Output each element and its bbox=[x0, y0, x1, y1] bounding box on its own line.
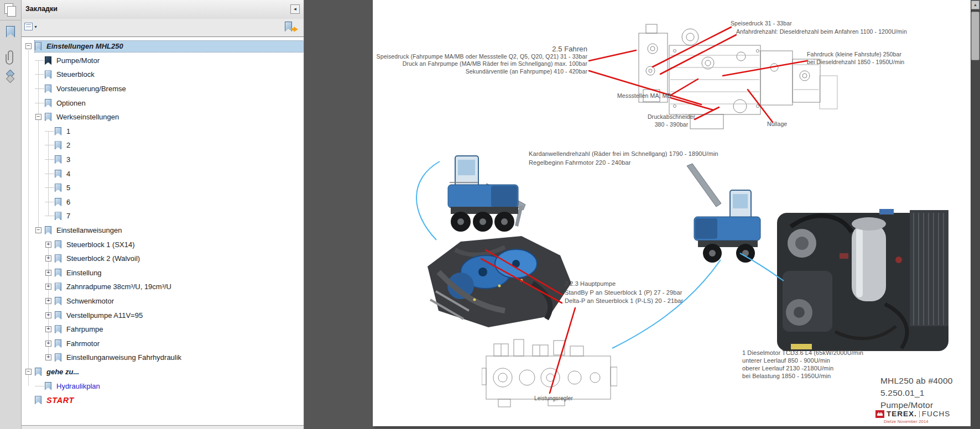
collapse-icon[interactable]: − bbox=[35, 114, 41, 120]
bookmark-row[interactable]: 5 bbox=[55, 182, 304, 193]
bookmark-item[interactable]: +Einstellunganweisung Fahrhydraulik bbox=[21, 350, 304, 365]
bookmark-item[interactable]: 5 bbox=[21, 181, 304, 195]
bookmark-row[interactable]: 7 bbox=[55, 211, 304, 222]
bookmark-icon bbox=[55, 127, 61, 135]
bookmark-row[interactable]: Hydraulikplan bbox=[45, 380, 304, 391]
bookmark-item[interactable]: −gehe zu... bbox=[21, 365, 304, 379]
navigation-pane-tabs bbox=[0, 0, 22, 429]
bookmark-row[interactable]: 6 bbox=[55, 196, 304, 207]
scroll-up-button[interactable]: ▲ bbox=[971, 1, 979, 9]
expand-icon[interactable]: + bbox=[45, 341, 51, 347]
bookmark-row[interactable]: gehe zu... bbox=[35, 366, 304, 377]
bookmark-row[interactable]: 2 bbox=[55, 140, 304, 151]
bookmark-item[interactable]: +Fahrpumpe bbox=[21, 322, 304, 337]
vertical-scrollbar[interactable]: ▲ bbox=[971, 0, 980, 429]
bookmark-row[interactable]: 3 bbox=[55, 154, 304, 165]
bookmark-row[interactable]: 4 bbox=[55, 168, 304, 179]
bookmark-row[interactable]: 1 bbox=[55, 125, 304, 137]
bookmark-label: Fahrpumpe bbox=[65, 325, 105, 333]
bookmark-item[interactable]: 2 bbox=[21, 138, 304, 153]
layers-tab[interactable] bbox=[0, 69, 21, 85]
bookmark-row[interactable]: Einstellunganweisung Fahrhydraulik bbox=[55, 352, 304, 363]
expand-icon[interactable]: + bbox=[45, 284, 51, 290]
bookmarks-toolbar: ▼ bbox=[21, 19, 304, 37]
bookmark-item[interactable]: −Einstellanweisungen bbox=[21, 223, 304, 238]
bookmark-icon bbox=[35, 368, 41, 376]
scrollbar-thumb[interactable] bbox=[971, 12, 979, 60]
bookmark-icon bbox=[55, 240, 61, 249]
bookmark-item[interactable]: Hydraulikplan bbox=[21, 379, 304, 393]
bookmark-label: Schwenkmotor bbox=[65, 297, 116, 305]
bookmark-row[interactable]: Fahrmotor bbox=[55, 338, 304, 349]
bookmarks-tree: −Einstellungen MHL250Pumpe/MotorSteuerbl… bbox=[21, 36, 304, 426]
tree-tick bbox=[35, 100, 41, 106]
bookmark-row[interactable]: Einstellungen MHL250 bbox=[35, 41, 304, 52]
bookmarks-options-button[interactable]: ▼ bbox=[24, 23, 38, 30]
bookmarks-tab[interactable] bbox=[0, 24, 21, 39]
collapse-icon[interactable]: − bbox=[35, 227, 41, 233]
expand-icon[interactable]: + bbox=[45, 312, 51, 318]
bookmark-item[interactable]: 6 bbox=[21, 195, 304, 210]
collapse-icon[interactable]: − bbox=[25, 369, 32, 375]
bookmark-row[interactable]: Einstellung bbox=[55, 267, 304, 278]
bookmark-item[interactable]: 3 bbox=[21, 153, 304, 167]
bookmark-row[interactable]: Vorsteuerung/Bremse bbox=[45, 83, 304, 95]
bookmark-item[interactable]: Steuerblock bbox=[21, 67, 304, 82]
bookmark-item[interactable]: 4 bbox=[21, 166, 304, 181]
brand-logo: TEREX. FUCHS bbox=[875, 410, 950, 418]
pdf-viewer: Закладки ◄ ▼ −Einstellungen MHL250Pumpe/… bbox=[0, 0, 980, 429]
expand-icon[interactable]: + bbox=[45, 354, 51, 360]
bookmark-row[interactable]: Fahrpumpe bbox=[55, 324, 304, 335]
bookmark-row[interactable]: Optionen bbox=[45, 97, 304, 108]
bookmark-row[interactable]: Schwenkmotor bbox=[55, 295, 304, 306]
bookmark-row[interactable]: Werkseinstellungen bbox=[45, 112, 304, 123]
bookmark-row[interactable]: Zahnradpume 38cm³/U, 19cm³/U bbox=[55, 281, 304, 292]
bookmark-row[interactable]: START bbox=[35, 395, 304, 406]
bookmark-row[interactable]: Pumpe/Motor bbox=[45, 55, 304, 66]
bookmark-item[interactable]: START bbox=[21, 393, 304, 407]
bookmark-item[interactable]: +Steuerblock 2 (Walvoil) bbox=[21, 252, 304, 266]
bookmark-row[interactable]: Einstellanweisungen bbox=[45, 225, 304, 236]
bookmark-row[interactable]: Verstellpumpe A11V=95 bbox=[55, 310, 304, 321]
expand-icon[interactable]: + bbox=[45, 326, 51, 332]
expand-icon[interactable]: + bbox=[45, 255, 51, 261]
page-footer-block: MHL250 ab #4000 5.250.01_1 Pumpe/Motor bbox=[880, 375, 953, 411]
expand-icon[interactable]: + bbox=[45, 242, 51, 248]
divider bbox=[0, 20, 21, 20]
tree-tick bbox=[35, 57, 41, 64]
expand-icon[interactable]: + bbox=[45, 298, 51, 304]
bookmark-icon bbox=[6, 26, 15, 38]
bookmark-item[interactable]: +Fahrmotor bbox=[21, 336, 304, 350]
bookmark-item[interactable]: +Schwenkmotor bbox=[21, 294, 304, 308]
bookmark-item[interactable]: −Werkseinstellungen bbox=[21, 110, 304, 124]
bookmark-item[interactable]: +Zahnradpume 38cm³/U, 19cm³/U bbox=[21, 280, 304, 294]
bookmark-label: Einstellungen MHL250 bbox=[45, 42, 125, 50]
annotation-leistungsregler: Leistungsregler bbox=[534, 395, 573, 402]
page-thumbnails-icon bbox=[4, 3, 17, 17]
bookmark-icon bbox=[55, 325, 61, 333]
bookmark-item[interactable]: 1 bbox=[21, 124, 304, 139]
bookmark-row[interactable]: Steuerblock bbox=[45, 69, 304, 80]
options-list-icon bbox=[24, 23, 33, 30]
bookmark-item[interactable]: +Einstellung bbox=[21, 266, 304, 280]
bookmark-item[interactable]: Vorsteuerung/Bremse bbox=[21, 82, 304, 96]
attachments-tab[interactable] bbox=[0, 49, 21, 65]
bookmark-label: Vorsteuerung/Bremse bbox=[55, 85, 128, 93]
annotation-hauptpumpe: 2.2.3 Hauptpumpe StandBy P an Steuerbloc… bbox=[565, 280, 683, 306]
bookmark-row[interactable]: Steuerblock 1 (SX14) bbox=[55, 239, 304, 250]
bookmark-item[interactable]: +Verstellpumpe A11V=95 bbox=[21, 308, 304, 322]
bookmark-item[interactable]: Pumpe/Motor bbox=[21, 54, 304, 68]
collapse-panel-button[interactable]: ◄ bbox=[290, 4, 300, 14]
bookmark-row[interactable]: Steuerblock 2 (Walvoil) bbox=[55, 253, 304, 264]
bookmark-item[interactable]: Optionen bbox=[21, 96, 304, 110]
bookmark-item[interactable]: −Einstellungen MHL250 bbox=[21, 39, 304, 54]
blue-connector-lines bbox=[416, 161, 784, 348]
expand-icon[interactable]: + bbox=[45, 270, 51, 276]
expand-current-bookmark-button[interactable] bbox=[285, 22, 298, 34]
page-thumbnails-tab[interactable] bbox=[0, 2, 21, 18]
bookmark-item[interactable]: 7 bbox=[21, 209, 304, 223]
annotation-anfahrdrehzahl: Anfahrdrehzahl: Dieseldrehzahl beim Anfa… bbox=[736, 28, 907, 36]
layers-icon bbox=[0, 70, 21, 84]
bookmark-item[interactable]: +Steuerblock 1 (SX14) bbox=[21, 237, 304, 252]
collapse-icon[interactable]: − bbox=[25, 43, 32, 49]
